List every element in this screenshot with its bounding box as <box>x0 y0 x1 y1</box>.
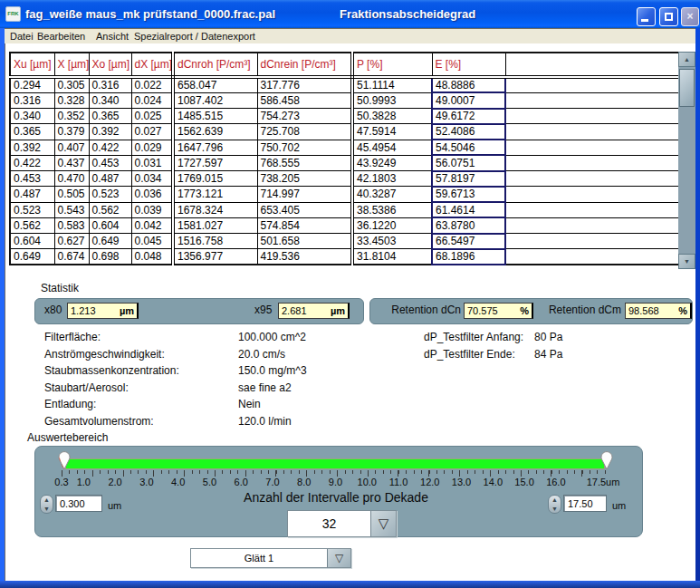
table-cell[interactable]: 0.039 <box>131 202 173 217</box>
table-cell[interactable]: 1727.597 <box>173 155 257 170</box>
table-cell[interactable]: 0.031 <box>131 155 173 170</box>
x95-field[interactable]: 2.681 µm <box>278 303 350 319</box>
table-cell[interactable]: 501.658 <box>257 234 352 249</box>
table-cell[interactable]: 36.1220 <box>352 217 432 233</box>
table-cell[interactable]: 0.453 <box>89 155 131 170</box>
slider-handle-min[interactable] <box>58 450 71 470</box>
table-cell[interactable]: 63.8780 <box>432 217 505 233</box>
min-value-field[interactable]: 0.300 <box>55 495 102 512</box>
menu-item-datei[interactable]: Datei <box>10 31 34 42</box>
table-cell[interactable]: 0.048 <box>131 249 173 265</box>
table-cell[interactable]: 754.273 <box>257 109 352 124</box>
table-cell[interactable]: 1516.758 <box>173 234 257 249</box>
table-cell[interactable] <box>505 217 679 233</box>
table-cell[interactable]: 0.437 <box>54 155 89 170</box>
table-cell[interactable]: 750.702 <box>257 140 352 155</box>
table-cell[interactable] <box>505 202 679 217</box>
table-cell[interactable]: 0.316 <box>10 92 54 108</box>
table-cell[interactable]: 33.4503 <box>352 234 432 249</box>
table-cell[interactable]: 0.562 <box>89 202 131 217</box>
table-cell[interactable]: 0.604 <box>10 234 54 249</box>
table-cell[interactable] <box>505 249 679 265</box>
table-cell[interactable]: 0.365 <box>89 109 131 124</box>
table-cell[interactable]: 1087.402 <box>173 92 257 108</box>
close-button[interactable]: × <box>681 7 699 26</box>
menu-item-bearbeiten[interactable]: Bearbeiten <box>37 31 85 42</box>
table-cell[interactable]: 42.1803 <box>352 171 432 187</box>
table-cell[interactable]: 1647.796 <box>173 140 257 155</box>
table-cell[interactable]: 0.305 <box>54 77 89 92</box>
table-cell[interactable]: 45.4954 <box>352 140 432 155</box>
table-cell[interactable]: 0.407 <box>54 140 89 155</box>
table-cell[interactable]: 419.536 <box>257 249 352 265</box>
table-cell[interactable]: 1356.977 <box>173 249 257 265</box>
menu-item-spezialreport-datenexport[interactable]: Spezialreport / Datenexport <box>134 31 255 42</box>
table-cell[interactable]: 50.9993 <box>352 92 432 108</box>
table-cell[interactable]: 57.8197 <box>432 171 505 187</box>
table-cell[interactable]: 0.029 <box>131 140 173 155</box>
x80-field[interactable]: 1.213 µm <box>67 303 139 319</box>
table-cell[interactable]: 66.5497 <box>432 234 505 249</box>
table-cell[interactable]: 0.523 <box>89 187 131 202</box>
table-cell[interactable]: 48.8886 <box>432 77 505 92</box>
glatt-dropdown-button[interactable]: ▽ <box>327 549 350 567</box>
retention-dcn-field[interactable]: 70.575 % <box>464 303 533 319</box>
table-cell[interactable]: 59.6713 <box>432 187 505 202</box>
table-cell[interactable]: 0.392 <box>89 124 131 140</box>
range-slider-track[interactable] <box>65 458 605 469</box>
table-cell[interactable]: 49.0007 <box>432 92 505 108</box>
table-cell[interactable]: 61.4614 <box>432 202 505 217</box>
scroll-up-button[interactable]: ▲ <box>678 52 695 67</box>
slider-handle-max[interactable] <box>600 450 613 470</box>
table-cell[interactable]: 0.022 <box>131 77 173 92</box>
scroll-thumb[interactable] <box>679 69 695 107</box>
table-cell[interactable]: 0.352 <box>54 109 89 124</box>
table-cell[interactable]: 0.453 <box>10 171 54 187</box>
table-cell[interactable]: 768.555 <box>257 155 352 170</box>
table-cell[interactable]: 1581.027 <box>173 217 257 233</box>
table-cell[interactable]: 0.649 <box>10 249 54 265</box>
table-cell[interactable]: 0.562 <box>10 217 54 233</box>
table-cell[interactable]: 1485.515 <box>173 109 257 124</box>
menu-item-ansicht[interactable]: Ansicht <box>96 31 129 42</box>
table-cell[interactable]: 0.294 <box>10 77 54 92</box>
table-cell[interactable]: 1769.015 <box>173 171 257 187</box>
table-cell[interactable]: 0.042 <box>131 217 173 233</box>
table-cell[interactable] <box>505 77 679 92</box>
retention-dcm-field[interactable]: 98.568 % <box>625 303 692 319</box>
table-cell[interactable]: 725.708 <box>257 124 352 140</box>
table-cell[interactable]: 0.604 <box>89 217 131 233</box>
scroll-down-button[interactable]: ▼ <box>678 254 695 269</box>
table-cell[interactable]: 0.487 <box>89 171 131 187</box>
table-cell[interactable]: 658.047 <box>173 77 257 92</box>
table-cell[interactable]: 47.5914 <box>352 124 432 140</box>
glatt-dropdown[interactable]: Glätt 1 ▽ <box>190 548 351 568</box>
table-cell[interactable] <box>505 109 679 124</box>
max-spinner[interactable]: ▲▼ <box>548 495 561 514</box>
table-cell[interactable]: 0.583 <box>54 217 89 233</box>
table-cell[interactable]: 1678.324 <box>173 202 257 217</box>
table-cell[interactable]: 49.6172 <box>432 109 505 124</box>
table-cell[interactable]: 738.205 <box>257 171 352 187</box>
table-cell[interactable]: 0.036 <box>131 187 173 202</box>
min-spinner[interactable]: ▲▼ <box>40 495 53 514</box>
table-cell[interactable]: 0.365 <box>10 124 54 140</box>
table-cell[interactable]: 52.4086 <box>432 124 505 140</box>
table-cell[interactable]: 0.340 <box>89 92 131 108</box>
table-cell[interactable]: 51.1114 <box>352 77 432 92</box>
table-cell[interactable]: 0.422 <box>89 140 131 155</box>
table-cell[interactable]: 1773.121 <box>173 187 257 202</box>
table-cell[interactable]: 38.5386 <box>352 202 432 217</box>
table-cell[interactable]: 40.3287 <box>352 187 432 202</box>
table-cell[interactable]: 0.523 <box>10 202 54 217</box>
table-cell[interactable]: 0.505 <box>54 187 89 202</box>
table-cell[interactable]: 0.543 <box>54 202 89 217</box>
table-cell[interactable]: 1562.639 <box>173 124 257 140</box>
table-cell[interactable]: 0.025 <box>131 109 173 124</box>
table-cell[interactable]: 50.3828 <box>352 109 432 124</box>
table-cell[interactable]: 68.1896 <box>432 249 505 265</box>
table-cell[interactable] <box>505 234 679 249</box>
table-cell[interactable]: 54.5046 <box>432 140 505 155</box>
table-cell[interactable]: 0.674 <box>54 249 89 265</box>
table-cell[interactable]: 317.776 <box>257 77 352 92</box>
